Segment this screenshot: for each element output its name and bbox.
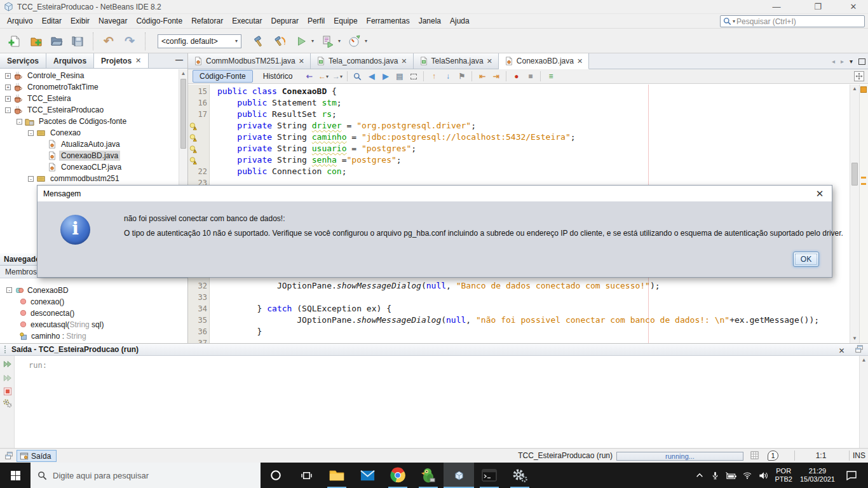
new-project-button[interactable] [26, 32, 45, 51]
expand-icon[interactable]: + [5, 85, 11, 90]
maximize-editor-icon[interactable] [858, 58, 865, 65]
expand-icon[interactable]: + [5, 73, 11, 79]
rerun-stopped-button[interactable] [2, 372, 13, 383]
tree-item-tcc-esteira[interactable]: +TCC_Esteira [5, 93, 73, 104]
tree-item-label[interactable]: commmodbustm251 [48, 173, 121, 184]
build-project-button[interactable] [250, 32, 269, 51]
tree-item-conexaoclp-java[interactable]: ConexaoCLP.java [39, 161, 123, 173]
stop-macro-recording-button[interactable]: ■ [524, 71, 537, 83]
drag-grip-icon[interactable] [4, 346, 6, 353]
menu-ferramentas[interactable]: Ferramentas [362, 15, 414, 27]
microphone-button[interactable] [707, 471, 723, 480]
menu-arquivo[interactable]: Arquivo [3, 15, 37, 27]
scroll-up-icon[interactable]: ▲ [860, 356, 868, 365]
tree-item-label[interactable]: CronometroTaktTime [25, 82, 100, 92]
previous-occurrence-button[interactable]: ◀ [365, 71, 378, 83]
volume-button[interactable] [755, 471, 771, 480]
tree-item-label[interactable]: Pacotes de Códigos-fonte [37, 116, 128, 126]
back-dropdown-icon[interactable]: ▾ [326, 74, 329, 79]
tree-item-label[interactable]: TCC_EsteiraProducao [25, 105, 105, 115]
undo-button[interactable]: ↶ [99, 32, 118, 51]
taskbar-app-chrome[interactable] [383, 463, 413, 488]
search-dropdown-icon[interactable]: ▾ [733, 18, 735, 24]
debug-project-button[interactable] [318, 32, 337, 51]
notifications-badge[interactable]: 1 [768, 451, 778, 461]
menu-exibir[interactable]: Exibir [66, 15, 94, 27]
taskbar-app-terminal[interactable] [474, 463, 505, 488]
collapse-icon[interactable]: - [17, 119, 22, 125]
menu-ajuda[interactable]: Ajuda [445, 15, 474, 27]
progress-bar[interactable]: running... [616, 452, 743, 461]
tree-item-label[interactable]: Controle_Resina [25, 71, 86, 81]
split-document-button[interactable] [854, 71, 864, 81]
quick-search-box[interactable]: ▾ [720, 15, 865, 27]
taskbar-app-parrot-app[interactable] [413, 463, 444, 488]
tree-item-label[interactable]: ConexaoBD.java [59, 151, 120, 161]
scroll-tabs-left-icon[interactable]: ◂ [832, 58, 835, 65]
tree-item-label[interactable]: ConexaoCLP.java [59, 162, 123, 172]
gutter-warning[interactable] [189, 120, 198, 132]
scroll-up-icon[interactable]: ▲ [179, 69, 187, 78]
minimize-button[interactable]: — [767, 0, 786, 14]
menu-refatorar[interactable]: Refatorar [187, 15, 227, 27]
collapse-icon[interactable]: - [28, 130, 34, 136]
debug-project-dropdown-icon[interactable]: ▾ [338, 38, 341, 44]
taskbar-search-input[interactable] [53, 471, 254, 480]
back-button[interactable]: ←▾ [316, 71, 330, 83]
taskbar-app-file-explorer[interactable] [322, 463, 352, 488]
previous-bookmark-button[interactable]: ↑ [427, 71, 440, 83]
tree-item-label[interactable]: AtualizaAuto.java [59, 139, 122, 149]
close-tab-icon[interactable]: ✕ [135, 57, 141, 65]
build-settings-button[interactable] [2, 398, 13, 409]
shift-line-right-button[interactable]: ⇥ [489, 71, 503, 83]
panel-tab-servicos[interactable]: Serviços [0, 53, 46, 68]
close-tab-icon[interactable]: ✕ [577, 57, 583, 65]
dialog-close-icon[interactable]: ✕ [813, 188, 826, 200]
tree-item-tcc-esteiraproducao[interactable]: -TCC_EsteiraProducao [5, 104, 105, 116]
view-button-codigo-fonte[interactable]: Código-Fonte [193, 70, 253, 83]
language-indicator[interactable]: POR PTB2 [771, 467, 796, 484]
ok-button[interactable]: OK [793, 252, 819, 267]
gutter-warning[interactable] [189, 143, 198, 154]
menu-navegar[interactable]: Navegar [94, 15, 132, 27]
editor-scrollbar[interactable]: ▲ ▼ [850, 85, 859, 343]
member-item[interactable]: caminho : String [19, 330, 86, 341]
start-button[interactable] [0, 463, 31, 488]
last-edit-location-button[interactable]: ⇠ [302, 71, 316, 83]
taskbar-app-settings[interactable] [505, 463, 535, 488]
warning-mark[interactable] [861, 183, 866, 185]
tree-item-cronometrotakttime[interactable]: +CronometroTaktTime [5, 81, 100, 93]
find-selection-button[interactable] [351, 71, 364, 83]
next-occurrence-button[interactable]: ▶ [379, 71, 392, 83]
battery-button[interactable] [723, 471, 739, 480]
combo-dropdown-icon[interactable]: ▾ [235, 38, 238, 44]
panel-tab-arquivos[interactable]: Arquivos [46, 53, 94, 68]
panel-tab-projetos[interactable]: Projetos✕ [94, 53, 149, 68]
member-item[interactable]: desconecta() [19, 308, 74, 318]
taskbar-app-netbeans[interactable] [444, 463, 474, 488]
document-tab-commmodbustm251-java[interactable]: CommModbusTM251.java✕ [188, 53, 311, 69]
scroll-down-icon[interactable]: ▼ [850, 334, 859, 343]
float-window-icon[interactable] [855, 344, 864, 353]
document-tab-tela-comandos-java[interactable]: Tela_comandos.java✕ [311, 53, 414, 69]
close-tab-icon[interactable]: ✕ [299, 57, 304, 65]
tree-item-commmodbustm251[interactable]: -commmodbustm251 [28, 173, 121, 184]
member-item[interactable]: executasql(String sql) [19, 319, 104, 330]
view-button-historico[interactable]: Histórico [256, 70, 300, 83]
tree-item-conexaobd-java[interactable]: ConexaoBD.java [39, 150, 120, 161]
open-project-button[interactable] [47, 32, 66, 51]
tab-list-dropdown-icon[interactable]: ▾ [850, 58, 853, 65]
rerun-button[interactable] [2, 358, 13, 369]
shift-line-left-button[interactable]: ⇤ [475, 71, 489, 83]
document-tab-conexaobd-java[interactable]: ConexaoBD.java✕ [499, 53, 589, 69]
menu-perfil[interactable]: Perfil [303, 15, 329, 27]
stop-build-button[interactable] [2, 386, 13, 396]
member-item[interactable]: -ConexaoBD [6, 285, 69, 295]
collapse-icon[interactable]: - [6, 287, 12, 293]
close-tab-icon[interactable]: ✕ [401, 57, 407, 65]
profile-project-button[interactable] [345, 32, 364, 51]
output-scrollbar[interactable]: ▲ [859, 356, 868, 448]
menu-executar[interactable]: Executar [227, 15, 266, 27]
tree-item-conexao[interactable]: -Conexao [28, 127, 83, 139]
float-window-icon[interactable] [4, 451, 13, 460]
